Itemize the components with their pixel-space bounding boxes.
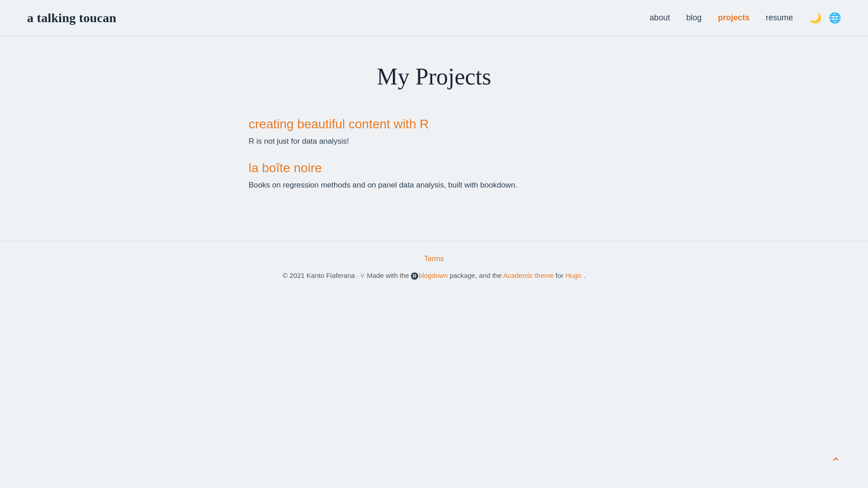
- page-title: My Projects: [249, 63, 619, 90]
- footer-copyright: © 2021 Kanto Fiaferana · ⑂ Made with the…: [27, 270, 841, 282]
- nav-link-blog[interactable]: blog: [686, 13, 702, 23]
- project-description-0: R is not just for data analysis!: [249, 135, 619, 147]
- site-title[interactable]: a talking toucan: [27, 11, 116, 25]
- git-icon: ⑂: [360, 272, 365, 280]
- project-item-1: la boîte noire Books on regression metho…: [249, 161, 619, 191]
- project-title-0[interactable]: creating beautiful content with R: [249, 117, 619, 131]
- academic-theme-link[interactable]: Academic theme: [503, 272, 554, 279]
- for-text: for: [556, 272, 566, 279]
- period: .: [584, 272, 585, 279]
- nav-link-projects[interactable]: projects: [718, 13, 750, 23]
- language-button[interactable]: 🌐: [829, 12, 841, 24]
- terms-link[interactable]: Terms: [424, 255, 444, 263]
- made-with-text: Made with the: [367, 272, 411, 279]
- scroll-top-button[interactable]: ⌃: [830, 455, 841, 470]
- site-header: a talking toucan about blog projects res…: [0, 0, 868, 36]
- site-footer: Terms © 2021 Kanto Fiaferana · ⑂ Made wi…: [0, 241, 868, 291]
- project-item-0: creating beautiful content with R R is n…: [249, 117, 619, 147]
- main-content: My Projects creating beautiful content w…: [231, 36, 637, 241]
- copyright-text: © 2021 Kanto Fiaferana ·: [283, 272, 360, 279]
- main-nav: about blog projects resume 🌙 🌐: [650, 12, 841, 24]
- project-title-1[interactable]: la boîte noire: [249, 161, 619, 175]
- project-description-1: Books on regression methods and on panel…: [249, 179, 619, 191]
- globe-icon: 🌐: [829, 12, 841, 24]
- nav-link-about[interactable]: about: [650, 13, 670, 23]
- nav-icons: 🌙 🌐: [809, 12, 841, 24]
- moon-icon: 🌙: [809, 12, 821, 24]
- nav-link-resume[interactable]: resume: [766, 13, 793, 23]
- dark-mode-button[interactable]: 🌙: [809, 12, 821, 24]
- chevron-up-icon: ⌃: [830, 455, 841, 469]
- footer-terms: Terms: [27, 255, 841, 263]
- blogdown-link[interactable]: blogdown: [419, 272, 448, 279]
- projects-list: creating beautiful content with R R is n…: [249, 117, 619, 205]
- r-icon: R: [411, 272, 418, 280]
- hugo-link[interactable]: Hugo: [565, 272, 581, 279]
- package-and-text: package, and the: [449, 272, 503, 279]
